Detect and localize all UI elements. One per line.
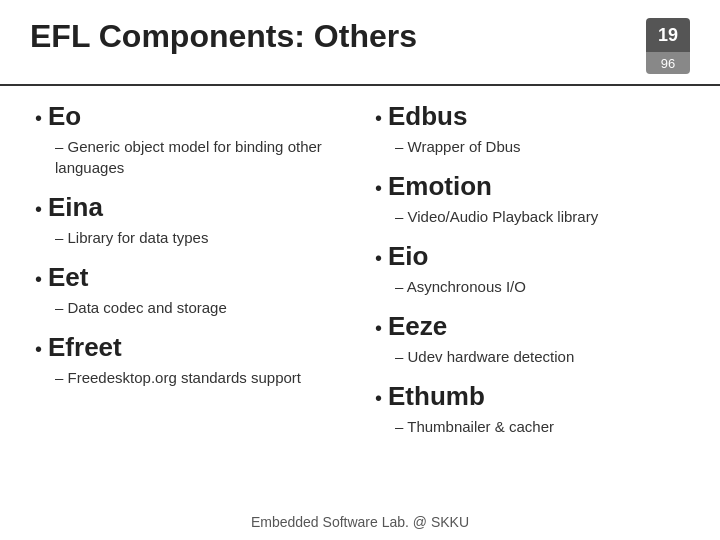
- bullet-emotion-label: Emotion: [388, 171, 492, 202]
- bullet-eo-main: • Eo: [35, 101, 345, 132]
- bullet-emotion-desc: – Video/Audio Playback library: [395, 206, 685, 227]
- bullet-ethumb-desc: – Thumbnailer & cacher: [395, 416, 685, 437]
- bullet-efreet: • Efreet – Freedesktop.org standards sup…: [35, 332, 345, 388]
- bullet-edbus-label: Edbus: [388, 101, 467, 132]
- bullet-eet-main: • Eet: [35, 262, 345, 293]
- bullet-eeze-desc: – Udev hardware detection: [395, 346, 685, 367]
- slide-footer: Embedded Software Lab. @ SKKU: [0, 514, 720, 530]
- bullet-efreet-desc: – Freedesktop.org standards support: [55, 367, 345, 388]
- bullet-ethumb-label: Ethumb: [388, 381, 485, 412]
- slide-title: EFL Components: Others: [30, 18, 417, 55]
- bullet-eina-main: • Eina: [35, 192, 345, 223]
- right-column: • Edbus – Wrapper of Dbus • Emotion – Vi…: [360, 101, 700, 500]
- bullet-emotion-main: • Emotion: [375, 171, 685, 202]
- bullet-dot: •: [375, 108, 382, 128]
- bullet-edbus-main: • Edbus: [375, 101, 685, 132]
- slide-number-sub: 96: [646, 52, 690, 74]
- footer-text: Embedded Software Lab. @ SKKU: [251, 514, 469, 530]
- bullet-efreet-main: • Efreet: [35, 332, 345, 363]
- slide-content: • Eo – Generic object model for binding …: [0, 86, 720, 510]
- bullet-efreet-label: Efreet: [48, 332, 122, 363]
- bullet-dot: •: [375, 178, 382, 198]
- bullet-eeze: • Eeze – Udev hardware detection: [375, 311, 685, 367]
- bullet-ethumb: • Ethumb – Thumbnailer & cacher: [375, 381, 685, 437]
- bullet-eo: • Eo – Generic object model for binding …: [35, 101, 345, 178]
- bullet-eet: • Eet – Data codec and storage: [35, 262, 345, 318]
- bullet-eio-label: Eio: [388, 241, 428, 272]
- bullet-dot: •: [35, 339, 42, 359]
- bullet-dot: •: [375, 248, 382, 268]
- bullet-eio-main: • Eio: [375, 241, 685, 272]
- slide: EFL Components: Others 19 96 • Eo – Gene…: [0, 0, 720, 540]
- bullet-eeze-label: Eeze: [388, 311, 447, 342]
- bullet-edbus-desc: – Wrapper of Dbus: [395, 136, 685, 157]
- slide-header: EFL Components: Others 19 96: [0, 0, 720, 86]
- bullet-eio-desc: – Asynchronous I/O: [395, 276, 685, 297]
- left-column: • Eo – Generic object model for binding …: [20, 101, 360, 500]
- bullet-dot: •: [375, 318, 382, 338]
- bullet-eo-desc: – Generic object model for binding other…: [55, 136, 345, 178]
- bullet-dot: •: [35, 108, 42, 128]
- bullet-eio: • Eio – Asynchronous I/O: [375, 241, 685, 297]
- bullet-eet-desc: – Data codec and storage: [55, 297, 345, 318]
- bullet-eina-desc: – Library for data types: [55, 227, 345, 248]
- bullet-ethumb-main: • Ethumb: [375, 381, 685, 412]
- bullet-eina-label: Eina: [48, 192, 103, 223]
- bullet-eo-label: Eo: [48, 101, 81, 132]
- bullet-eeze-main: • Eeze: [375, 311, 685, 342]
- slide-number-container: 19 96: [646, 18, 690, 74]
- bullet-eet-label: Eet: [48, 262, 88, 293]
- bullet-dot: •: [35, 199, 42, 219]
- slide-number-main: 19: [646, 18, 690, 52]
- bullet-edbus: • Edbus – Wrapper of Dbus: [375, 101, 685, 157]
- bullet-dot: •: [35, 269, 42, 289]
- bullet-emotion: • Emotion – Video/Audio Playback library: [375, 171, 685, 227]
- bullet-dot: •: [375, 388, 382, 408]
- bullet-eina: • Eina – Library for data types: [35, 192, 345, 248]
